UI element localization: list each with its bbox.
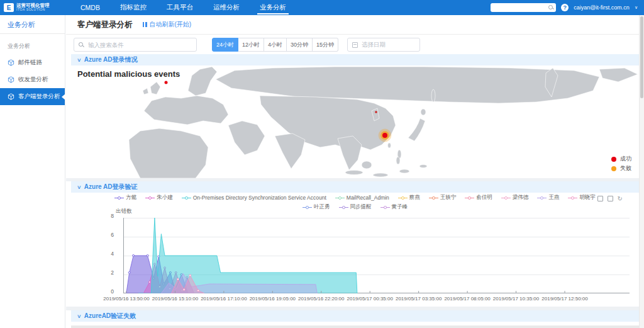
data-point-marker <box>128 272 130 274</box>
cube-icon <box>8 76 14 83</box>
line-marker-icon <box>501 196 511 200</box>
y-tick-label: 6 <box>95 232 114 238</box>
legend-item-梁伟德[interactable]: 梁伟德 <box>501 194 529 201</box>
legend-label: 王轶宁 <box>440 194 457 201</box>
data-point-marker <box>197 290 199 291</box>
legend-item-方懿[interactable]: 方懿 <box>114 194 136 201</box>
legend-item-朱小建[interactable]: 朱小建 <box>145 194 173 201</box>
date-placeholder: 选择日期 <box>362 41 386 49</box>
nav-item-CMDB[interactable]: CMDB <box>70 0 110 15</box>
time-button-15分钟[interactable]: 15分钟 <box>313 38 338 52</box>
legend-label: 同步提醒 <box>350 203 372 211</box>
restore-icon[interactable]: ↻ <box>618 196 623 201</box>
panel-header-azure-ad-login-map[interactable]: ∨ Azure AD登录情况 <box>71 54 639 65</box>
legend-label: 黄子峰 <box>392 203 408 211</box>
legend-item-王燕[interactable]: 王燕 <box>537 194 559 201</box>
nav-item-工具平台[interactable]: 工具平台 <box>157 0 203 15</box>
nav-item-指标监控[interactable]: 指标监控 <box>110 0 157 15</box>
topnav-right: ? caiyan@it-first.com.cn ∨ <box>491 3 644 12</box>
legend-item-同步提醒[interactable]: 同步提醒 <box>339 203 372 211</box>
legend-item-On-Premises Directory Synchronization Service Account[interactable]: On-Premises Directory Synchronization Se… <box>182 194 326 201</box>
legend-item-叶正勇[interactable]: 叶正勇 <box>303 203 330 211</box>
nav-item-运维分析[interactable]: 运维分析 <box>203 0 250 15</box>
plot-area <box>123 218 630 293</box>
y-tick-label: 8 <box>95 213 114 219</box>
x-tick-label: 2019/05/17 03:35:00 <box>396 296 441 302</box>
chevron-down-icon[interactable]: ∨ <box>635 5 638 10</box>
condition-search-input[interactable] <box>74 38 196 51</box>
legend-label: 失败 <box>620 164 631 172</box>
line-marker-icon <box>335 196 345 200</box>
app-logo-icon: E <box>4 3 14 12</box>
legend-label: 王燕 <box>548 194 559 201</box>
chevron-down-icon: ∨ <box>77 57 82 63</box>
sidebar-item-邮件链路[interactable]: 邮件链路 <box>0 54 65 71</box>
pause-icon <box>143 22 147 27</box>
data-point-marker <box>183 289 185 291</box>
legend-item-俞佳明[interactable]: 俞佳明 <box>465 194 492 201</box>
y-tick-label: 4 <box>95 251 114 257</box>
main-area: 客户端登录分析 自动刷新(开始) 24小时12小时4小时30分钟15分钟 选择日… <box>66 15 644 328</box>
chart-legend: 方懿朱小建On-Premises Directory Synchronizati… <box>71 194 639 211</box>
data-view-icon[interactable] <box>608 196 613 201</box>
scrollbar-thumb[interactable] <box>640 16 643 98</box>
legend-dot-icon <box>611 166 616 171</box>
line-marker-icon <box>182 196 191 200</box>
map-legend-item-成功: 成功 <box>611 154 631 164</box>
date-picker[interactable]: 选择日期 <box>347 38 420 52</box>
legend-item-蔡燕[interactable]: 蔡燕 <box>398 194 420 201</box>
global-search-input[interactable] <box>491 3 556 12</box>
sidebar-header: 业务分析 <box>0 15 65 34</box>
sidebar-item-客户端登录分析[interactable]: 客户端登录分析 <box>0 88 65 105</box>
line-marker-icon <box>537 196 547 200</box>
vertical-scrollbar[interactable] <box>639 15 644 328</box>
condition-search-box[interactable] <box>74 38 197 52</box>
chevron-down-icon: ∨ <box>77 314 82 319</box>
x-tick-label: 2019/05/17 00:35:00 <box>347 296 393 302</box>
page-title: 客户端登录分析 <box>77 20 133 30</box>
x-tick-label: 2019/05/16 13:50:00 <box>103 296 149 302</box>
app-window: E 运营可视化管理 ITOA SOLUTION CMDB指标监控工具平台运维分析… <box>0 0 644 328</box>
app-logo[interactable]: E 运营可视化管理 ITOA SOLUTION <box>0 3 64 12</box>
legend-item-黄子峰[interactable]: 黄子峰 <box>380 203 408 211</box>
data-point-marker <box>177 278 179 280</box>
world-map <box>71 65 639 178</box>
save-image-icon[interactable] <box>597 196 603 201</box>
sidebar-item-收发量分析[interactable]: 收发量分析 <box>0 71 65 88</box>
auto-refresh-toggle[interactable]: 自动刷新(开始) <box>143 20 192 29</box>
time-button-24小时[interactable]: 24小时 <box>212 38 238 52</box>
map-event-dot <box>382 133 387 138</box>
time-button-4小时[interactable]: 4小时 <box>264 38 287 52</box>
filter-row: 24小时12小时4小时30分钟15分钟 选择日期 <box>74 38 420 52</box>
panel-header-azure-ad-verify-failed[interactable]: ∨ AzureAD验证失败 <box>71 310 639 322</box>
legend-item-MailRecall_Admin[interactable]: MailRecall_Admin <box>335 194 389 201</box>
x-tick-label: 2019/05/17 08:05:00 <box>444 296 490 302</box>
legend-label: 成功 <box>620 155 631 163</box>
line-marker-icon <box>429 196 438 200</box>
time-button-30分钟[interactable]: 30分钟 <box>287 38 313 52</box>
map-event-dot <box>165 81 168 84</box>
legend-label: 方懿 <box>126 194 136 201</box>
global-search-box[interactable] <box>491 3 556 12</box>
sidebar-item-label: 邮件链路 <box>18 59 42 67</box>
nav-item-业务分析[interactable]: 业务分析 <box>250 0 296 15</box>
sidebar-section-label: 业务分析 <box>0 34 65 54</box>
y-axis-ticks: 02468 <box>71 215 120 296</box>
help-icon[interactable]: ? <box>561 4 569 11</box>
cube-icon <box>8 93 14 100</box>
map-title: Potential malicious events <box>77 69 180 79</box>
login-verify-chart: 方懿朱小建On-Premises Directory Synchronizati… <box>71 193 639 307</box>
legend-item-胡晓宇[interactable]: 胡晓宇 <box>568 194 596 201</box>
legend-label: MailRecall_Admin <box>347 195 389 201</box>
line-marker-icon <box>380 205 390 209</box>
y-tick-label: 2 <box>95 269 114 276</box>
x-tick-label: 2019/05/16 19:05:00 <box>250 296 296 302</box>
user-email[interactable]: caiyan@it-first.com.cn <box>574 4 630 11</box>
legend-item-王轶宁[interactable]: 王轶宁 <box>429 194 457 201</box>
calendar-icon <box>352 42 358 48</box>
x-axis-labels: 2019/05/16 13:50:002019/05/16 15:10:0020… <box>123 296 630 303</box>
time-button-12小时[interactable]: 12小时 <box>238 38 264 52</box>
panel-header-azure-ad-login-verify[interactable]: ∨ Azure AD登录验证 <box>71 181 639 193</box>
page-header: 客户端登录分析 自动刷新(开始) <box>66 15 644 35</box>
x-tick-label: 2019/05/17 12:50:00 <box>541 296 587 302</box>
